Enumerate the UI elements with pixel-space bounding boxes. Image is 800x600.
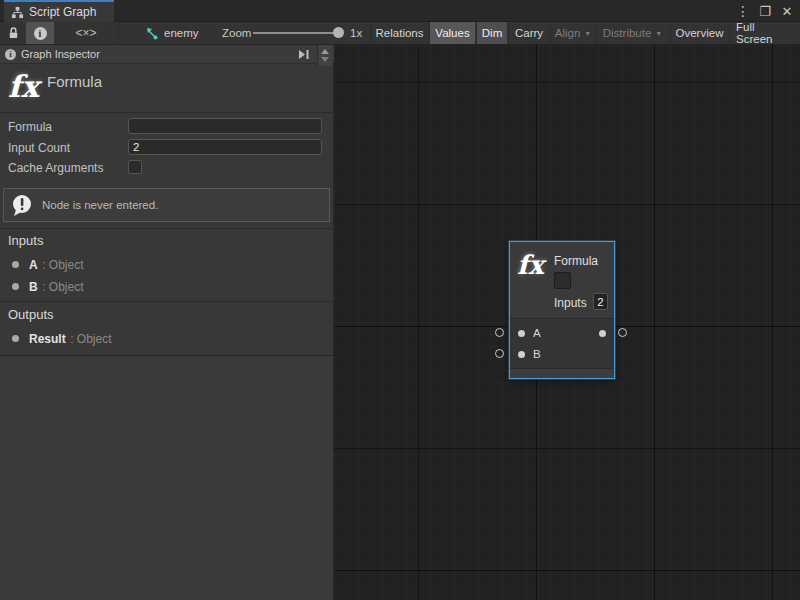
port-type: : Object <box>42 258 83 272</box>
script-graph-icon <box>11 6 24 19</box>
node-inputs-label: Inputs <box>554 296 587 310</box>
external-port-a-icon[interactable] <box>495 328 504 337</box>
scroll-down-icon[interactable] <box>321 57 329 62</box>
port-bullet-icon <box>12 283 19 290</box>
align-label: Align <box>555 27 581 39</box>
warning-icon <box>10 193 34 217</box>
align-dropdown[interactable]: Align ▼ <box>550 22 595 44</box>
scroll-spinner[interactable] <box>317 45 332 66</box>
node-title: Formula <box>554 254 598 268</box>
carry-label: Carry <box>515 27 543 39</box>
input-port-item: B : Object <box>12 277 84 295</box>
graph-breadcrumb[interactable]: enemy <box>138 22 205 44</box>
zoom-value: 1x <box>350 27 362 39</box>
outputs-section-title: Outputs <box>8 307 54 322</box>
port-name: A <box>29 258 38 272</box>
external-port-result-icon[interactable] <box>618 328 627 337</box>
overview-label: Overview <box>676 27 724 39</box>
dim-label: Dim <box>482 27 502 39</box>
graph-name: enemy <box>164 27 199 39</box>
maximize-icon[interactable]: ❐ <box>756 1 774 21</box>
code-view-button[interactable]: <×> <box>56 22 116 44</box>
input-port-a-icon[interactable] <box>518 330 525 337</box>
chevron-down-icon: ▼ <box>584 30 591 37</box>
cache-arguments-checkbox[interactable] <box>128 160 142 174</box>
fullscreen-button[interactable]: Full Screen <box>729 22 800 44</box>
lock-icon <box>7 26 20 40</box>
node-input-count[interactable]: 2 <box>593 293 608 310</box>
unit-title: Formula <box>47 73 102 90</box>
info-icon: i <box>5 49 16 60</box>
fx-icon: fx <box>8 69 39 104</box>
fx-icon: fx <box>517 250 544 280</box>
distribute-dropdown[interactable]: Distribute ▼ <box>596 22 668 44</box>
port-b-label: B <box>533 348 541 360</box>
port-type: : Object <box>70 332 111 346</box>
formula-node-footer <box>510 368 614 378</box>
port-bullet-icon <box>12 335 19 342</box>
port-name: B <box>29 280 38 294</box>
formula-node[interactable]: fx Formula Inputs 2 A B <box>509 241 615 379</box>
zoom-slider-thumb[interactable] <box>333 27 344 38</box>
chevron-down-icon: ▼ <box>655 30 662 37</box>
input-count-label: Input Count <box>8 141 70 155</box>
inputs-section-title: Inputs <box>8 233 43 248</box>
port-type: : Object <box>42 280 83 294</box>
cache-arguments-row: Cache Arguments <box>0 158 334 178</box>
close-icon[interactable]: ✕ <box>778 1 796 21</box>
formula-field-label: Formula <box>8 120 52 134</box>
input-port-b-icon[interactable] <box>518 351 525 358</box>
relations-label: Relations <box>376 27 424 39</box>
formula-field-row: Formula <box>0 117 334 137</box>
overview-button[interactable]: Overview <box>670 22 728 44</box>
inspector-empty-area <box>0 355 333 600</box>
zoom-label: Zoom <box>222 27 251 39</box>
info-icon: i <box>34 27 47 40</box>
unit-title-block: fx Formula <box>0 65 334 113</box>
carry-button[interactable]: Carry <box>508 22 549 44</box>
lock-button[interactable] <box>2 22 24 44</box>
tab-label: Script Graph <box>29 5 96 19</box>
output-port-result-icon[interactable] <box>599 330 606 337</box>
inspector-header: i Graph Inspector <box>0 45 334 64</box>
formula-input[interactable] <box>128 118 322 134</box>
code-icon: <×> <box>75 26 96 40</box>
external-port-b-icon[interactable] <box>495 349 504 358</box>
graph-icon <box>144 27 158 40</box>
warning-box: Node is never entered. <box>3 188 330 222</box>
graph-inspector-panel: i Graph Inspector fx Formula Formula Inp… <box>0 45 334 600</box>
dock-icon[interactable] <box>296 47 312 61</box>
fullscreen-label: Full Screen <box>736 21 794 45</box>
tab-bar: Script Graph ⋮ ❐ ✕ <box>0 0 800 22</box>
values-button[interactable]: Values <box>429 22 475 44</box>
formula-node-header: fx Formula Inputs 2 <box>510 242 614 318</box>
distribute-label: Distribute <box>603 27 652 39</box>
window-controls: ⋮ ❐ ✕ <box>734 0 796 22</box>
input-count-input[interactable] <box>128 139 322 155</box>
warning-message: Node is never entered. <box>42 199 158 211</box>
dim-button[interactable]: Dim <box>476 22 507 44</box>
inspect-toggle-button[interactable]: i <box>26 22 54 44</box>
port-a-label: A <box>533 327 541 339</box>
output-port-item: Result : Object <box>12 329 112 347</box>
tab-script-graph[interactable]: Script Graph <box>4 0 114 22</box>
node-formula-input[interactable] <box>554 272 571 289</box>
graph-canvas[interactable]: fx Formula Inputs 2 A B <box>334 45 800 600</box>
input-count-field-row: Input Count <box>0 138 334 158</box>
input-port-item: A : Object <box>12 255 84 273</box>
inspector-title: Graph Inspector <box>21 48 100 60</box>
scroll-up-icon[interactable] <box>321 49 329 54</box>
zoom-slider-track[interactable] <box>253 32 337 34</box>
node-port-row-b: B <box>518 344 541 364</box>
cache-arguments-label: Cache Arguments <box>8 161 103 175</box>
node-port-row-a: A <box>518 323 541 343</box>
toolbar: i <×> enemy Zoom 1x Relations Values Dim… <box>0 22 800 45</box>
values-label: Values <box>435 27 469 39</box>
port-bullet-icon <box>12 261 19 268</box>
relations-button[interactable]: Relations <box>370 22 428 44</box>
formula-node-ports: A B <box>510 318 614 368</box>
port-name: Result <box>29 332 66 346</box>
menu-icon[interactable]: ⋮ <box>734 1 752 21</box>
